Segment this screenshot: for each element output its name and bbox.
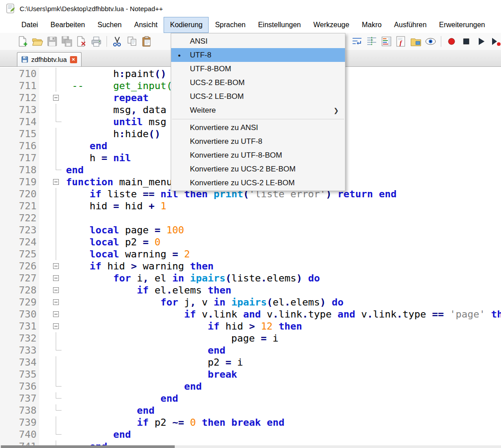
code-line-741[interactable]: 741 end — [0, 440, 501, 445]
menu-ausf-hren[interactable]: Ausführen — [388, 17, 433, 33]
code-line-731[interactable]: 731 if hid > 12 then — [0, 320, 501, 332]
scrollbar-thumb[interactable] — [1, 445, 175, 448]
fold-collapse-icon[interactable] — [39, 272, 62, 284]
menu-item-label: UCS-2 BE-BOM — [190, 78, 245, 87]
fold-collapse-icon[interactable] — [39, 296, 62, 308]
fold-collapse-icon[interactable] — [39, 176, 62, 188]
title-bar[interactable]: C:\Users\pmk\Desktop\zdfhbbtv.lua - Note… — [0, 0, 501, 17]
menu-item-ucs-2-be-bom[interactable]: UCS-2 BE-BOM — [171, 76, 345, 90]
code-line-736[interactable]: 736 end — [0, 380, 501, 392]
macro-run-multiple-button[interactable] — [490, 36, 501, 47]
macro-stop-icon — [460, 36, 472, 47]
code-line-721[interactable]: 721 hid = hid + 1 — [0, 200, 501, 212]
new-file-button[interactable] — [17, 36, 29, 47]
code-line-732[interactable]: 732 page = i — [0, 332, 501, 344]
paste-button[interactable] — [141, 36, 152, 47]
fold-collapse-icon[interactable] — [39, 260, 62, 272]
line-number: 716 — [0, 140, 39, 152]
tab-zdfhbbtv-lua[interactable]: zdfhbbtv.lua — [17, 52, 82, 66]
macro-play-button[interactable] — [475, 36, 487, 47]
save-file-button[interactable] — [46, 36, 58, 47]
line-number: 736 — [0, 380, 39, 392]
code-line-733[interactable]: 733 end — [0, 344, 501, 356]
menu-item-konvertiere-zu-ucs-2-be-bom[interactable]: Konvertiere zu UCS-2 BE-BOM — [171, 162, 345, 176]
fold-collapse-icon[interactable] — [39, 320, 62, 332]
code-line-723[interactable]: 723 local page = 100 — [0, 224, 501, 236]
fold-collapse-icon[interactable] — [39, 308, 62, 320]
code-line-726[interactable]: 726 if hid > warning then — [0, 260, 501, 272]
toolbar-separator — [441, 36, 441, 47]
menu-item-ansi[interactable]: ANSI — [171, 34, 345, 48]
code-text: if hid > 12 then — [62, 320, 302, 332]
menu-werkzeuge[interactable]: Werkzeuge — [307, 17, 356, 33]
code-line-728[interactable]: 728 if el.elems then — [0, 284, 501, 296]
macro-stop-button[interactable] — [460, 36, 472, 47]
fold-margin — [39, 164, 62, 176]
fold-collapse-icon[interactable] — [39, 284, 62, 296]
save-all-icon — [61, 36, 73, 47]
menu-item-label: UTF-8 — [190, 51, 211, 60]
menu-item-konvertiere-zu-utf-8-bom[interactable]: Konvertiere zu UTF-8-BOM — [171, 148, 345, 162]
fold-collapse-icon[interactable] — [39, 92, 62, 104]
window-title: C:\Users\pmk\Desktop\zdfhbbtv.lua - Note… — [20, 5, 163, 12]
word-wrap-button[interactable] — [351, 36, 363, 47]
code-line-738[interactable]: 738 end — [0, 404, 501, 416]
print-button[interactable] — [90, 36, 102, 47]
code-line-724[interactable]: 724 local p2 = 0 — [0, 236, 501, 248]
cut-icon — [111, 36, 123, 47]
line-number: 713 — [0, 104, 39, 116]
line-number: 718 — [0, 164, 39, 176]
code-line-729[interactable]: 729 for j, v in ipairs(el.elems) do — [0, 296, 501, 308]
menu-item-konvertiere-zu-ucs-2-le-bom[interactable]: Konvertiere zu UCS-2 LE-BOM — [171, 176, 345, 190]
menu-bearbeiten[interactable]: Bearbeiten — [44, 17, 91, 33]
code-text: break — [62, 368, 237, 380]
menu-makro[interactable]: Makro — [356, 17, 388, 33]
menu-item-konvertiere-zu-ansi[interactable]: Konvertiere zu ANSI — [171, 121, 345, 134]
fold-margin — [39, 380, 62, 392]
macro-record-button[interactable] — [446, 36, 457, 47]
close-file-button[interactable] — [76, 36, 87, 47]
code-line-730[interactable]: 730 if v.link and v.link.type and v.link… — [0, 308, 501, 320]
code-line-739[interactable]: 739 if p2 ~= 0 then break end — [0, 416, 501, 428]
code-line-727[interactable]: 727 for i, el in ipairs(liste.elems) do — [0, 272, 501, 284]
cut-button[interactable] — [111, 36, 123, 47]
menu-item-ucs-2-le-bom[interactable]: UCS-2 LE-BOM — [171, 90, 345, 103]
menu-suchen[interactable]: Suchen — [91, 17, 128, 33]
fold-margin — [39, 212, 62, 224]
horizontal-scrollbar[interactable] — [0, 445, 501, 448]
code-line-725[interactable]: 725 local warning = 2 — [0, 248, 501, 260]
code-line-737[interactable]: 737 end — [0, 392, 501, 404]
notepadpp-window: C:\Users\pmk\Desktop\zdfhbbtv.lua - Note… — [0, 0, 501, 448]
menu-datei[interactable]: Datei — [15, 17, 44, 33]
code-text: if el.elems then — [62, 284, 231, 296]
folder-as-workspace-button[interactable] — [410, 36, 422, 47]
macro-play-icon — [475, 36, 487, 47]
monitoring-button[interactable] — [425, 36, 436, 47]
menu-einstellungen[interactable]: Einstellungen — [252, 17, 307, 33]
save-all-button[interactable] — [61, 36, 73, 47]
menu-item-label: UTF-8-BOM — [190, 65, 231, 73]
menu-erweiterungen[interactable]: Erweiterungen — [433, 17, 491, 33]
code-text: local warning = 2 — [62, 248, 190, 260]
document-map-button[interactable] — [381, 36, 392, 47]
code-line-735[interactable]: 735 break — [0, 368, 501, 380]
menu-item-utf-8-bom[interactable]: UTF-8-BOM — [171, 62, 345, 76]
tab-close-icon[interactable] — [70, 56, 77, 63]
menu-kodierung[interactable]: Kodierung — [164, 17, 209, 33]
open-file-button[interactable] — [32, 36, 43, 47]
function-list-button[interactable]: f — [395, 36, 407, 47]
menu-ansicht[interactable]: Ansicht — [128, 17, 164, 33]
fold-margin — [39, 332, 62, 344]
menu-item-weitere[interactable]: Weitere — [171, 103, 345, 117]
code-line-740[interactable]: 740 end — [0, 428, 501, 440]
code-text: p2 = i — [62, 356, 243, 368]
code-text: for j, v in ipairs(el.elems) do — [62, 296, 344, 308]
code-line-722[interactable]: 722 — [0, 212, 501, 224]
line-number: 731 — [0, 320, 39, 332]
copy-button[interactable] — [126, 36, 138, 47]
menu-item-konvertiere-zu-utf-8[interactable]: Konvertiere zu UTF-8 — [171, 134, 345, 148]
menu-sprachen[interactable]: Sprachen — [209, 17, 252, 33]
show-indent-guide-button[interactable] — [366, 36, 378, 47]
menu-item-utf-8[interactable]: UTF-8 — [171, 48, 345, 62]
code-line-734[interactable]: 734 p2 = i — [0, 356, 501, 368]
